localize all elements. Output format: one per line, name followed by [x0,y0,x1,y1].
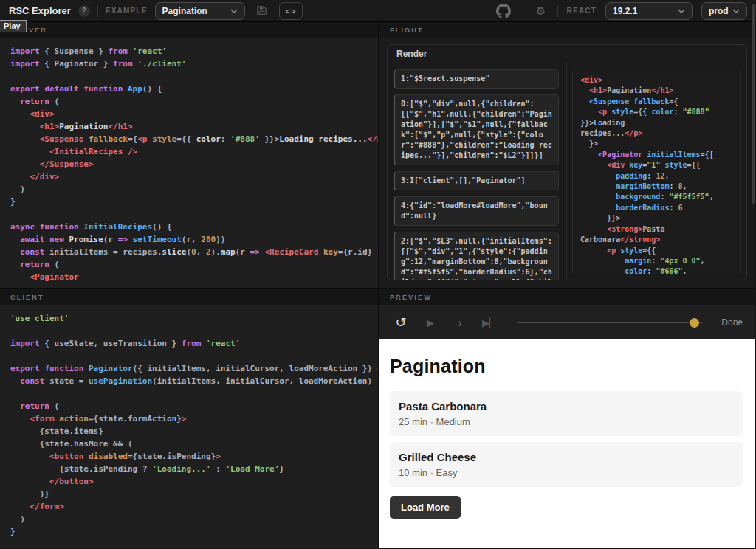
code-icon: <> [286,7,297,15]
timeline-slider[interactable] [517,317,702,328]
timeline-track [517,322,702,323]
chevron-down-icon [732,9,740,13]
flight-chunk-row[interactable]: 3:I["client",[],"Paginator"] [394,171,559,190]
app-title: RSC Explorer [9,5,71,16]
code-line: <InitialRecipes /> [10,145,378,158]
replay-icon: ↺ [395,316,406,329]
code-line: ) [10,183,378,196]
left-column: SERVER import { Suspense } from 'react'i… [0,22,378,548]
recipe-title: Pasta Carbonara [399,400,734,412]
code-line: )} [10,488,378,500]
code-line: return ( [10,400,378,412]
chevron-down-icon [230,9,238,13]
flight-chunk-row[interactable]: 4:{"id":"loadMore#loadMore","bound":null… [394,196,559,226]
flight-box: Render 1:"$Sreact.suspense"0:["$","div",… [387,44,747,280]
code-line: <Suspense fallback={ [580,97,733,107]
code-line: async function InitialRecipes() { [10,221,378,233]
client-code-editor[interactable]: 'use client' import { useState, useTrans… [0,305,378,548]
code-line: const state = usePagination(initialItems… [10,375,378,387]
code-line [10,208,378,221]
flight-chunk-row[interactable]: 2:["$","$L3",null,{"initialItems":[["$",… [394,232,559,280]
skip-to-end-icon: ▶▏ [482,318,497,328]
code-line: export default function App() { [10,83,378,95]
code-view-button[interactable]: <> [279,2,303,20]
code-line: {state.hasMore && ( [10,438,378,450]
recipe-card: Grilled Cheese 10 min · Easy [390,442,743,487]
flight-chunk-row[interactable]: 1:"$Sreact.suspense" [394,69,559,89]
step-forward-icon: › [458,317,462,329]
preview-toolbar: ↺ ▶ › ▶▏ Done [379,305,755,339]
jsx-pane: <div> <h1>Pagination</h1> <Suspense fall… [567,63,746,280]
code-line: } [10,525,378,538]
code-line: return ( [10,258,378,271]
code-line: <div key="1" style={{ [580,160,733,170]
flight-panel: FLIGHT Render 1:"$Sreact.suspense"0:["$"… [379,22,755,289]
flight-chunk-list[interactable]: 1:"$Sreact.suspense"0:["$","div",null,{"… [388,63,567,280]
code-line: }> [580,139,733,149]
example-label: EXAMPLE [106,7,148,15]
example-select[interactable]: Pagination [155,2,245,20]
settings-button[interactable]: ⚙ [534,4,549,18]
code-line: </div> [10,170,378,183]
react-label: REACT [567,7,597,15]
code-line: </button> [10,475,378,488]
code-line: } [10,196,378,208]
preview-app-heading: Pagination [390,356,743,377]
react-version-select[interactable]: 19.2.1 [605,2,693,20]
code-line: await new Promise(r => setTimeout(r, 200… [10,233,378,246]
code-line: 'use client' [10,312,378,325]
code-line: return ( [10,95,378,108]
code-line [10,350,378,362]
code-line: <div> [580,75,733,86]
code-line: import { Suspense } from 'react' [10,45,378,58]
code-line: recipes...</p> [580,128,733,139]
code-line: color: "#666", [580,266,733,274]
topbar: RSC Explorer ? EXAMPLE Pagination <> ⚙ R… [0,0,756,22]
env-select-value: prod [709,6,729,16]
status-label: Done [721,317,743,328]
code-line: padding: 12, [580,171,733,182]
code-line: <Paginator [10,271,378,283]
flight-chunk-row[interactable]: 0:["$","div",null,{"children":[["$","h1"… [394,94,559,165]
gear-icon: ⚙ [536,5,546,16]
preview-panel: PREVIEW ↺ ▶ › ▶▏ Done Pagination Pasta C… [379,289,755,548]
divider [557,5,558,17]
code-line: <Suspense fallback={<p style={{ color: '… [10,133,378,145]
flight-columns: 1:"$Sreact.suspense"0:["$","div",null,{"… [388,63,746,280]
floppy-save-icon [256,5,267,16]
code-line [10,325,378,337]
env-select[interactable]: prod [701,2,747,20]
react-version-value: 19.2.1 [613,6,637,16]
recipe-card: Pasta Carbonara 25 min · Medium [390,391,743,436]
code-line: export function Paginator({ initialItems… [10,362,378,375]
server-panel: SERVER import { Suspense } from 'react'i… [0,22,378,289]
code-line [10,387,378,400]
code-line: <div> [10,108,378,120]
example-select-value: Pagination [162,6,207,16]
replay-button[interactable]: ↺ [393,314,409,331]
timeline-knob[interactable] [690,318,699,328]
code-line: <p style={{ [580,246,733,256]
help-icon[interactable]: ? [78,5,90,17]
code-line: <Paginator initialItems={[ [580,150,733,160]
github-link[interactable] [495,3,512,19]
recipe-meta: 10 min · Easy [399,467,734,478]
skip-to-end-button[interactable]: ▶▏ [481,314,498,331]
code-line: <button disabled={state.isPending}> [10,450,378,463]
server-code-editor[interactable]: import { Suspense } from 'react'import {… [0,38,378,288]
client-panel: CLIENT 'use client' import { useState, u… [0,289,378,548]
recipe-title: Grilled Cheese [399,451,734,463]
load-more-button[interactable]: Load More [390,496,461,519]
step-forward-button[interactable]: › [452,314,468,331]
save-button[interactable] [252,2,272,20]
play-icon: ▶ [427,318,434,328]
code-line: <h1>Pagination</h1> [580,86,733,96]
divider [97,5,98,17]
code-line [10,70,378,83]
chevron-down-icon [678,9,685,13]
github-icon [496,4,511,18]
render-tab[interactable]: Render [388,45,746,63]
code-line: background: "#f5f5f5", [580,192,733,202]
play-button[interactable]: ▶ [422,314,439,331]
code-line: </form> [10,500,378,513]
